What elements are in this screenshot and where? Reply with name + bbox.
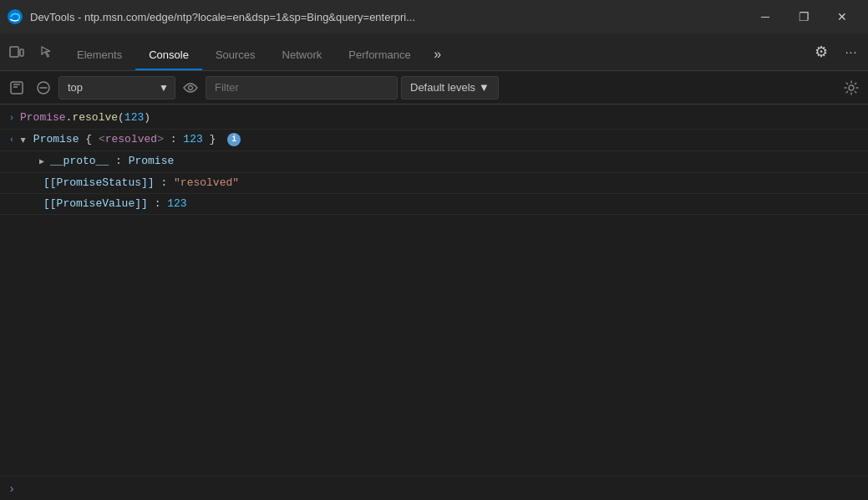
context-selector[interactable]: top ▼ — [58, 76, 175, 99]
promise-status-key-close: > — [157, 133, 164, 145]
input-prompt-icon: › — [3, 482, 20, 495]
tab-bar: Elements Console Sources Network Perform… — [0, 33, 868, 71]
tab-performance[interactable]: Performance — [335, 41, 424, 70]
svg-rect-1 — [10, 47, 18, 57]
promise-status-label: [[PromiseStatus]] — [43, 176, 155, 189]
more-options-button[interactable]: ··· — [838, 38, 865, 65]
tab-bar-actions: ⚙ ··· — [808, 38, 865, 70]
promise-value-num: 123 — [167, 197, 186, 210]
info-badge[interactable]: i — [227, 133, 241, 146]
svg-rect-3 — [11, 82, 23, 94]
minimize-button[interactable]: ─ — [746, 0, 784, 33]
console-entry-output: ‹ ▶ Promise { <resolved> : 123 } i — [0, 130, 868, 151]
console-output: › Promise.resolve(123) ‹ ▶ Promise { <re… — [0, 105, 868, 476]
input-arrow-icon: › — [3, 110, 20, 127]
console-settings-button[interactable] — [840, 76, 863, 99]
value-colon: : — [155, 197, 168, 210]
promise-label: Promise — [33, 133, 85, 145]
promise-value-label: [[PromiseValue]] — [43, 197, 148, 210]
console-toolbar: top ▼ Default levels ▼ — [0, 71, 868, 105]
proto-colon: : — [115, 155, 129, 167]
live-expressions-button[interactable] — [179, 76, 202, 99]
console-input-field[interactable] — [20, 480, 865, 497]
console-entry-input: › Promise.resolve(123) — [0, 108, 868, 130]
expand-promise-icon[interactable]: ▶ — [14, 138, 31, 143]
edge-icon — [7, 8, 23, 25]
window-title: DevTools - ntp.msn.com/edge/ntp?locale=e… — [30, 11, 739, 23]
device-mode-button[interactable] — [3, 38, 30, 65]
svg-point-8 — [189, 85, 193, 89]
status-colon: : — [160, 176, 174, 189]
console-input-area: › — [0, 476, 868, 500]
more-tabs-button[interactable]: » — [424, 43, 451, 70]
proto-key: __proto__ — [50, 155, 109, 167]
promise-text: Promise — [20, 111, 66, 124]
inspect-element-button[interactable] — [33, 38, 60, 65]
promise-value-123: 123 — [183, 133, 202, 145]
tab-sources[interactable]: Sources — [202, 41, 269, 70]
promise-value-content: [[PromiseValue]] : 123 — [43, 196, 865, 212]
svg-point-0 — [8, 9, 23, 24]
number-123-input: 123 — [124, 111, 144, 124]
resolve-text: resolve — [72, 111, 118, 124]
proto-expand-icon[interactable]: ▶ — [33, 153, 50, 171]
tab-list: Elements Console Sources Network Perform… — [3, 38, 808, 70]
console-entry-input-content: Promise.resolve(123) — [20, 110, 865, 126]
close-button[interactable]: ✕ — [823, 0, 861, 33]
clear-console-button[interactable] — [32, 76, 55, 99]
promise-value-row: [[PromiseValue]] : 123 — [0, 194, 868, 215]
proto-value: Promise — [129, 155, 175, 167]
log-levels-button[interactable]: Default levels ▼ — [401, 76, 499, 99]
paren-close: ) — [144, 111, 150, 124]
levels-label: Default levels — [410, 81, 475, 94]
promise-status-key: < — [99, 133, 105, 145]
levels-chevron-icon: ▼ — [479, 81, 490, 94]
tab-console[interactable]: Console — [135, 41, 202, 70]
window-controls: ─ ❐ ✕ — [746, 0, 861, 33]
devtools-settings-button[interactable]: ⚙ — [808, 38, 835, 65]
filter-input[interactable] — [206, 76, 398, 99]
promise-status-value: "resolved" — [174, 176, 239, 189]
svg-rect-2 — [20, 49, 23, 56]
play-recording-button[interactable] — [5, 76, 28, 99]
title-bar: DevTools - ntp.msn.com/edge/ntp?locale=e… — [0, 0, 868, 33]
promise-status-content: [[PromiseStatus]] : "resolved" — [43, 175, 865, 191]
promise-brace-open: { — [85, 133, 92, 145]
tab-network[interactable]: Network — [269, 41, 336, 70]
promise-brace-close: } — [210, 133, 216, 145]
promise-colon: : — [170, 133, 184, 145]
console-entry-output-content: ▶ Promise { <resolved> : 123 } i — [20, 131, 865, 149]
restore-button[interactable]: ❐ — [784, 0, 823, 33]
promise-status-row: [[PromiseStatus]] : "resolved" — [0, 173, 868, 194]
proto-row: ▶ __proto__ : Promise — [0, 151, 868, 173]
proto-content: __proto__ : Promise — [50, 153, 865, 170]
paren-open: ( — [118, 111, 124, 124]
tab-elements[interactable]: Elements — [63, 41, 135, 70]
svg-point-9 — [849, 85, 854, 90]
context-select-input[interactable]: top — [58, 76, 175, 99]
promise-status-resolved: resolved — [105, 133, 157, 145]
